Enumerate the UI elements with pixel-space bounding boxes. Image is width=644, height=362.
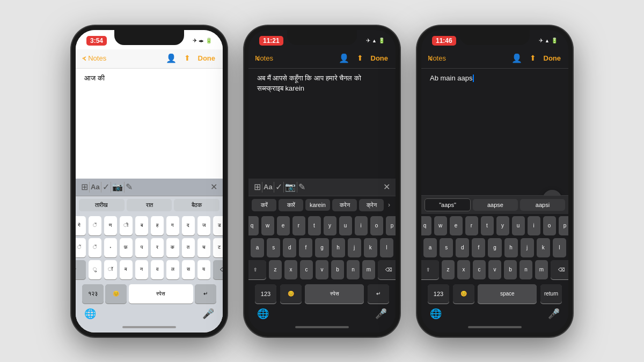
note-content-2[interactable]: अब मैं आपसे कहूँगा कि आप हमारे चैनल को स… xyxy=(248,69,396,154)
delete-key-1[interactable]: ⌫ xyxy=(213,260,228,279)
key-6[interactable]: ह xyxy=(151,216,164,235)
key-e-3[interactable]: e xyxy=(450,216,463,235)
key-i-3[interactable]: i xyxy=(528,216,540,235)
key-c-2[interactable]: c xyxy=(300,260,313,279)
suggestion-2-5[interactable]: क्रेन xyxy=(359,199,384,211)
delete-key-3[interactable]: ⌫ xyxy=(551,260,572,279)
key-d-2[interactable]: d xyxy=(283,238,296,257)
suggestion-3-3[interactable]: aapsi xyxy=(520,199,565,211)
done-button-1[interactable]: Done xyxy=(198,54,216,62)
suggestion-2-2[interactable]: कारें xyxy=(279,199,303,211)
key-q-2[interactable]: q xyxy=(246,216,259,235)
key-18[interactable]: त xyxy=(182,238,195,257)
shift-key-2[interactable]: ⇧ xyxy=(245,260,266,279)
notes-label-1[interactable]: < Notes xyxy=(82,54,106,62)
key-m-2[interactable]: m xyxy=(362,260,375,279)
suggestion-2-3[interactable]: karein xyxy=(305,199,330,211)
key-o-2[interactable]: o xyxy=(370,216,383,235)
key-f-3[interactable]: f xyxy=(472,238,485,257)
share-icon-2[interactable]: ⬆ xyxy=(357,54,363,62)
key-z-3[interactable]: z xyxy=(442,260,455,279)
pencil-icon-1[interactable]: ✎ xyxy=(126,182,133,192)
collaborate-icon-3[interactable]: 👤 xyxy=(511,53,522,63)
num-key-1[interactable]: १२३ xyxy=(82,284,104,304)
key-2[interactable]: ें xyxy=(89,216,101,235)
nav-back-1[interactable]: < Notes xyxy=(83,53,106,63)
key-e-2[interactable]: e xyxy=(277,216,290,235)
share-icon-3[interactable]: ⬆ xyxy=(530,54,536,62)
notes-label-2[interactable]: Notes xyxy=(255,54,273,62)
key-s-2[interactable]: s xyxy=(267,238,280,257)
suggestion-1-2[interactable]: रात xyxy=(127,199,172,211)
key-k-2[interactable]: k xyxy=(364,238,377,257)
key-7[interactable]: ग xyxy=(166,216,179,235)
key-j-2[interactable]: j xyxy=(348,238,361,257)
key-9[interactable]: ज xyxy=(197,216,210,235)
key-28[interactable]: य xyxy=(197,260,210,279)
key-b-3[interactable]: b xyxy=(504,260,517,279)
key-x-3[interactable]: x xyxy=(457,260,470,279)
done-button-2[interactable]: Done xyxy=(371,54,389,62)
key-h-2[interactable]: h xyxy=(332,238,345,257)
key-i-2[interactable]: i xyxy=(355,216,368,235)
key-22[interactable]: ॉ xyxy=(104,260,117,279)
suggestion-3-1[interactable]: "aaps" xyxy=(425,198,471,211)
key-a-2[interactable]: a xyxy=(251,238,264,257)
aa-icon-1[interactable]: Aa xyxy=(91,183,100,191)
shift-key-1[interactable]: ⇧ xyxy=(71,260,86,279)
num-key-2[interactable]: 123 xyxy=(255,284,276,304)
key-15[interactable]: प xyxy=(135,238,148,257)
done-button-3[interactable]: Done xyxy=(544,54,561,62)
key-m-3[interactable]: m xyxy=(535,260,548,279)
key-v-3[interactable]: v xyxy=(488,260,501,279)
mic-icon-2[interactable]: 🎤 xyxy=(375,308,387,320)
key-8[interactable]: द xyxy=(182,216,195,235)
shift-key-3[interactable]: ⇧ xyxy=(418,260,439,279)
num-key-3[interactable]: 123 xyxy=(428,284,449,304)
close-icon-2[interactable]: ✕ xyxy=(383,182,390,192)
key-12[interactable]: ें xyxy=(89,238,101,257)
globe-icon-2[interactable]: 🌐 xyxy=(257,308,269,320)
collaborate-icon-1[interactable]: 👤 xyxy=(166,53,177,63)
key-5[interactable]: ब xyxy=(135,216,148,235)
key-21[interactable]: ु xyxy=(89,260,101,279)
key-c-3[interactable]: c xyxy=(473,260,486,279)
nav-back-3[interactable]: Notes xyxy=(429,53,446,63)
table-icon-2[interactable]: ⊞ xyxy=(254,182,261,192)
key-26[interactable]: ल xyxy=(166,260,179,279)
suggestion-2-1[interactable]: करें xyxy=(252,199,276,211)
return-key-1[interactable]: ↵ xyxy=(195,284,216,304)
notes-label-3[interactable]: Notes xyxy=(428,54,446,62)
globe-icon-3[interactable]: 🌐 xyxy=(430,308,442,320)
key-t-3[interactable]: t xyxy=(481,216,494,235)
key-g-3[interactable]: g xyxy=(488,238,501,257)
key-11[interactable]: ें xyxy=(73,238,86,257)
key-y-3[interactable]: y xyxy=(496,216,509,235)
nav-back-2[interactable]: Notes xyxy=(256,53,273,63)
camera-icon-2[interactable]: 📷 xyxy=(285,182,296,192)
space-key-3[interactable]: space xyxy=(478,284,537,304)
suggestion-2-4[interactable]: करेन xyxy=(332,199,357,211)
key-l-2[interactable]: l xyxy=(380,238,393,257)
key-g-2[interactable]: g xyxy=(315,238,328,257)
key-a-3[interactable]: a xyxy=(423,238,437,257)
key-13[interactable]: ॰ xyxy=(104,238,117,257)
space-key-1[interactable]: स्पेस xyxy=(129,284,193,304)
key-3[interactable]: ण xyxy=(104,216,117,235)
key-16[interactable]: र xyxy=(151,238,164,257)
key-4[interactable]: ी xyxy=(120,216,133,235)
key-19[interactable]: च xyxy=(197,238,210,257)
key-r-3[interactable]: r xyxy=(465,216,478,235)
return-key-2[interactable]: ↵ xyxy=(368,284,389,304)
key-w-3[interactable]: w xyxy=(434,216,447,235)
key-j-3[interactable]: j xyxy=(521,238,534,257)
suggestion-1-3[interactable]: बैठक xyxy=(174,199,219,211)
suggestion-3-2[interactable]: aapse xyxy=(473,199,518,211)
mic-icon-3[interactable]: 🎤 xyxy=(548,308,560,320)
key-p-3[interactable]: p xyxy=(559,216,572,235)
key-x-2[interactable]: x xyxy=(284,260,297,279)
emoji-key-3[interactable]: 😊 xyxy=(453,284,474,304)
key-17[interactable]: क xyxy=(166,238,179,257)
key-23[interactable]: म xyxy=(120,260,133,279)
key-10[interactable]: ड xyxy=(213,216,226,235)
